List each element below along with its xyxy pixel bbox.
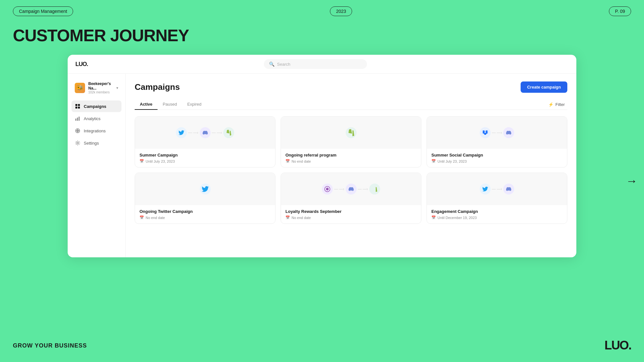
campaign-date: 📅 No end date <box>139 215 271 220</box>
card-visual-engagement: — —› <box>427 173 567 205</box>
discord-icon <box>346 184 357 195</box>
card-info-engagement: Engagement Campaign 📅 Until December 19,… <box>427 205 567 224</box>
settings-label: Settings <box>84 141 99 146</box>
workspace-avatar: 🐝 <box>75 83 85 93</box>
svg-rect-6 <box>79 117 80 121</box>
sidebar-item-campaigns[interactable]: Campaigns <box>72 100 121 112</box>
loyalty-icon <box>322 184 333 195</box>
campaign-card-loyalty[interactable]: — —› — —› Loyalty Rewards September <box>281 173 421 224</box>
create-campaign-button[interactable]: Create campaign <box>521 81 567 93</box>
search-icon: 🔍 <box>269 62 274 67</box>
campaign-title: Ongoing Twitter Campaign <box>139 209 271 214</box>
campaign-card-summer[interactable]: — —› — —› Summer Campaign <box>135 116 275 167</box>
sidebar-item-integrations[interactable]: Integrations <box>72 125 121 137</box>
integrations-icon <box>75 128 81 134</box>
arrow-icon: — —› <box>212 130 222 135</box>
svg-point-13 <box>326 188 329 190</box>
calendar-icon: 📅 <box>431 215 436 220</box>
arrow-icon: — —› <box>334 187 344 191</box>
year-label: 2023 <box>330 6 352 16</box>
bottom-logo: LUO. <box>604 338 631 352</box>
campaign-card-social[interactable]: — —› Summer Social Campaign 📅 Until July… <box>427 116 567 167</box>
card-visual-social: — —› <box>427 117 567 149</box>
date-text: Until July 23, 2023 <box>437 159 467 163</box>
discord-icon <box>503 184 514 195</box>
icon-chain: — —› <box>480 184 514 195</box>
page-title: CUSTOMER JOURNEY <box>0 23 644 55</box>
chevron-down-icon: ▾ <box>116 86 118 90</box>
date-text: Until July 23, 2023 <box>146 159 175 163</box>
calendar-icon: 📅 <box>285 159 290 163</box>
tabs-left: Active Paused Expired <box>135 99 207 110</box>
campaign-date: 📅 No end date <box>285 159 417 163</box>
shopify-icon <box>346 127 357 138</box>
twitter-icon <box>200 184 211 195</box>
campaign-card-engagement[interactable]: — —› Engagement Campaign 📅 Until Decembe… <box>427 173 567 224</box>
content-header: Campaigns Create campaign <box>135 81 567 93</box>
card-info-summer: Summer Campaign 📅 Until July 23, 2023 <box>135 149 275 167</box>
app-header: LUO. 🔍 Search <box>68 55 576 74</box>
sidebar-item-analytics[interactable]: Analytics <box>72 113 121 124</box>
calendar-icon: 📅 <box>139 215 144 220</box>
campaign-date: 📅 Until July 23, 2023 <box>431 159 562 163</box>
shopify-icon <box>369 184 380 195</box>
campaign-card-referral[interactable]: Ongoing referral program 📅 No end date <box>281 116 421 167</box>
filter-icon: ⚡ <box>548 102 553 107</box>
campaign-card-twitter[interactable]: Ongoing Twitter Campaign 📅 No end date <box>135 173 275 224</box>
card-info-referral: Ongoing referral program 📅 No end date <box>281 149 421 167</box>
svg-rect-2 <box>75 107 77 109</box>
discord-icon <box>503 127 514 138</box>
arrow-icon: — —› <box>188 130 198 135</box>
campaign-title: Engagement Campaign <box>431 209 562 214</box>
tabs-bar: Active Paused Expired ⚡ Filter <box>135 99 567 110</box>
card-info-social: Summer Social Campaign 📅 Until July 23, … <box>427 149 567 167</box>
campaign-title: Loyalty Rewards September <box>285 209 417 214</box>
tab-paused[interactable]: Paused <box>158 99 182 110</box>
svg-point-11 <box>77 142 79 144</box>
icon-chain: — —› — —› <box>322 184 380 195</box>
main-content: Campaigns Create campaign Active Paused … <box>126 74 576 257</box>
campaign-management-label: Campaign Management <box>13 6 73 16</box>
app-search-area: 🔍 Search <box>88 59 543 69</box>
campaign-title: Ongoing referral program <box>285 153 417 157</box>
workspace-members: 102k members <box>88 90 113 94</box>
campaigns-label: Campaigns <box>84 104 106 109</box>
bottom-tagline: GROW YOUR BUSINESS <box>13 342 87 349</box>
campaign-title: Summer Social Campaign <box>431 153 562 157</box>
workspace-selector[interactable]: 🐝 Beekeeper's Na... 102k members ▾ <box>72 79 121 97</box>
app-logo: LUO. <box>75 61 88 68</box>
filter-label: Filter <box>555 102 565 107</box>
icon-chain: — —› <box>480 127 514 138</box>
next-arrow[interactable]: → <box>626 174 638 188</box>
card-info-twitter: Ongoing Twitter Campaign 📅 No end date <box>135 205 275 224</box>
search-box[interactable]: 🔍 Search <box>264 59 367 69</box>
twitter-icon <box>480 184 491 195</box>
sidebar: 🐝 Beekeeper's Na... 102k members ▾ Cam <box>68 74 126 257</box>
arrow-icon: — —› <box>492 130 502 135</box>
tab-active[interactable]: Active <box>135 99 158 110</box>
svg-rect-5 <box>77 118 78 121</box>
filter-button[interactable]: ⚡ Filter <box>546 101 567 108</box>
icon-chain: — —› — —› <box>176 127 234 138</box>
svg-rect-0 <box>75 104 77 106</box>
date-text: Until December 19, 2023 <box>437 216 477 220</box>
twitter-icon <box>176 127 187 138</box>
page-number: P. 09 <box>609 6 631 16</box>
svg-rect-1 <box>78 104 80 106</box>
sidebar-item-settings[interactable]: Settings <box>72 137 121 149</box>
analytics-label: Analytics <box>84 116 101 121</box>
arrow-icon: — —› <box>358 187 368 191</box>
date-text: No end date <box>292 159 311 163</box>
app-window: LUO. 🔍 Search 🐝 Beekeeper's Na... 102k m… <box>68 55 576 257</box>
date-text: No end date <box>292 216 311 220</box>
campaign-date: 📅 No end date <box>285 215 417 220</box>
campaign-title: Summer Campaign <box>139 153 271 157</box>
card-visual-summer: — —› — —› <box>135 117 275 149</box>
icon-chain <box>346 127 357 138</box>
card-info-loyalty: Loyalty Rewards September 📅 No end date <box>281 205 421 224</box>
tab-expired[interactable]: Expired <box>182 99 207 110</box>
shopify-icon <box>223 127 234 138</box>
campaigns-heading: Campaigns <box>135 82 180 92</box>
integrations-label: Integrations <box>84 129 106 133</box>
calendar-icon: 📅 <box>285 215 290 220</box>
